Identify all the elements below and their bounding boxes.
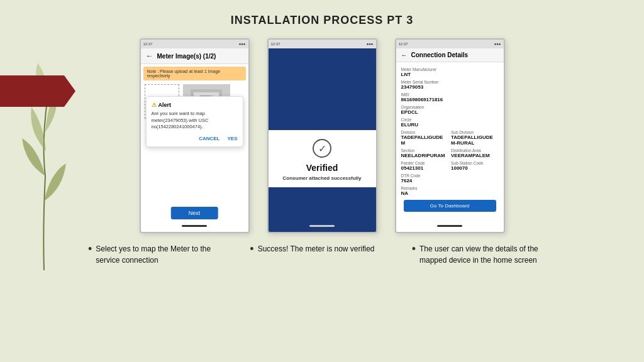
screen1-alert-text: Are you sure want to map meter(23479053)… xyxy=(152,111,238,131)
screen3-dtr-label: DTR Code xyxy=(401,173,499,178)
screen1-bottom-bar xyxy=(182,225,207,227)
screen1-next-button[interactable]: Next xyxy=(171,207,218,219)
screen3-dtr-value: 7624 xyxy=(401,178,499,184)
caption-1-text: Select yes to map the Meter to the servi… xyxy=(96,243,232,266)
screen1-status-bar: 12:37 ●●● xyxy=(141,40,248,48)
screen3-org-label: Organisation xyxy=(401,105,499,109)
screen3-serial-label: Meter Serial Number xyxy=(401,80,499,84)
screen3-phone: 12:37 ●●● ← Connection Details Meter Man… xyxy=(395,38,505,233)
screen1-note: Note : Please upload at least 1 Image re… xyxy=(143,67,246,80)
caption-2-text: Success! The meter is now verified xyxy=(258,243,375,255)
screen3-body: Meter Manufacturer LNT Meter Serial Numb… xyxy=(396,62,504,217)
screen2-status-bar: 12:37 ●●● xyxy=(269,40,376,48)
screenshots-row: 12:37 ●●● ← Meter Image(s) (1/2) Note : … xyxy=(0,38,644,233)
screen3-substation-label: Sub-Station Code xyxy=(451,161,499,165)
screen3-feeder-label: Feeder Code xyxy=(401,161,449,165)
screen1-signal: ●●● xyxy=(239,42,246,46)
screen2-verified-area: ✓ Verified Consumer attached successfull… xyxy=(269,130,376,187)
caption-2: • Success! The meter is now verified xyxy=(250,243,394,266)
screen3-section-label: Section xyxy=(401,148,449,153)
screen3-division-label: Division xyxy=(401,130,449,134)
screen2-time: 12:37 xyxy=(271,42,280,46)
page-title: INSTALLATION PROCESS PT 3 xyxy=(0,0,644,27)
caption-1-bullet: • xyxy=(88,243,92,255)
screen3-manufacturer-value: LNT xyxy=(401,72,499,77)
screen3-imei-label: IMEI xyxy=(401,92,499,97)
screen2-check-icon: ✓ xyxy=(318,143,326,155)
screen1-cancel-button[interactable]: CANCEL xyxy=(199,136,219,141)
screen3-sub-division-label: Sub Division xyxy=(451,130,499,134)
captions-row: • Select yes to map the Meter to the ser… xyxy=(0,243,644,266)
screen3-dist-area-value: VEERAMPALEM xyxy=(451,153,499,158)
caption-3: • The user can view the details of the m… xyxy=(412,243,556,266)
screen2-check-circle: ✓ xyxy=(313,139,331,158)
screen1-alert-dialog: ⚠ Alert Are you sure want to map meter(2… xyxy=(146,96,243,147)
screen3-sub-division-value: TADEPALLIGUDE M-RURAL xyxy=(451,134,499,146)
screen3-header: ← Connection Details xyxy=(396,48,504,62)
screen1-phone: 12:37 ●●● ← Meter Image(s) (1/2) Note : … xyxy=(140,38,250,233)
screen1-header-title: Meter Image(s) (1/2) xyxy=(157,53,216,60)
screen3-dist-area-label: Distribution Area xyxy=(451,148,499,153)
screen1-time: 12:37 xyxy=(143,42,153,46)
screen3-go-dashboard-button[interactable]: Go To Dashboard xyxy=(404,200,496,212)
screen3-circle-value: ELURU xyxy=(401,122,499,128)
caption-3-bullet: • xyxy=(412,243,416,255)
screen1-back-icon[interactable]: ← xyxy=(146,52,153,60)
screen3-imei-value: 861698069171816 xyxy=(401,97,499,102)
screen1-yes-button[interactable]: YES xyxy=(227,136,237,141)
screen2-verified-text: Verified xyxy=(306,163,338,173)
screen1-alert-buttons: CANCEL YES xyxy=(152,136,238,141)
screen3-division-value: TADEPALLIGUDE M xyxy=(401,134,449,146)
screen3-section-row: Section NEELADRIPURAM Distribution Area … xyxy=(401,146,499,158)
screen3-remarks-label: Remarks xyxy=(401,186,499,190)
screen3-back-icon[interactable]: ← xyxy=(401,52,408,58)
screen1-header: ← Meter Image(s) (1/2) xyxy=(141,48,248,64)
screen3-signal: ●●● xyxy=(494,42,501,46)
caption-1: • Select yes to map the Meter to the ser… xyxy=(88,243,232,266)
screen2-signal: ●●● xyxy=(367,42,374,46)
screen2-phone: 12:37 ●●● ✓ Verified Consumer attached s… xyxy=(267,38,377,233)
screen3-bottom-bar xyxy=(437,225,462,227)
screen2-sub-text: Consumer attached successfully xyxy=(283,175,362,181)
screen2-bottom-bar xyxy=(309,225,335,227)
screen3-circle-label: Circle xyxy=(401,118,499,122)
screen3-remarks-value: NA xyxy=(401,190,499,196)
screen3-division-row: Division TADEPALLIGUDE M Sub Division TA… xyxy=(401,128,499,146)
screen1-warning-icon: ⚠ xyxy=(152,102,157,108)
screen3-substation-value: 100070 xyxy=(451,165,499,171)
screen3-serial-value: 23479053 xyxy=(401,84,499,90)
screen3-section-value: NEELADRIPURAM xyxy=(401,153,449,158)
screen2-top-blue xyxy=(269,48,376,130)
screen3-time: 12:37 xyxy=(399,42,408,46)
screen3-header-title: Connection Details xyxy=(411,52,469,58)
screen3-org-value: EPDCL xyxy=(401,109,499,115)
caption-2-bullet: • xyxy=(250,243,253,255)
screen3-manufacturer-label: Meter Manufacturer xyxy=(401,67,499,72)
caption-3-text: The user can view the details of the map… xyxy=(419,243,556,266)
screen3-feeder-value: 05421301 xyxy=(401,165,449,171)
screen1-alert-title: ⚠ Alert xyxy=(152,102,238,108)
screen3-feeder-row: Feeder Code 05421301 Sub-Station Code 10… xyxy=(401,158,499,171)
screen3-status-bar: 12:37 ●●● xyxy=(396,40,504,48)
